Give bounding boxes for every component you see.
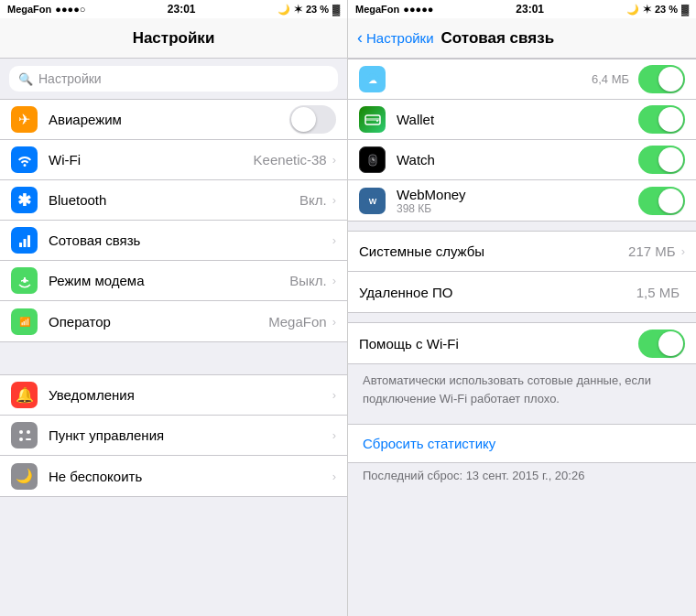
right-status-bar: MegaFon ●●●●● 23:01 🌙 ✶ 23 % ▓ xyxy=(348,0,696,18)
remote-app-label: Удаленное ПО xyxy=(359,285,636,300)
section-divider-2 xyxy=(348,313,696,322)
webmoney-name-block: WebMoney 398 КБ xyxy=(397,187,638,215)
left-battery-text: 23 % xyxy=(306,4,329,15)
right-battery-icon: ▓ xyxy=(681,4,689,15)
remote-app-row[interactable]: Удаленное ПО 1,5 МБ xyxy=(348,272,696,312)
carrier-icon: 📶 xyxy=(11,308,38,335)
notifications-label: Уведомления xyxy=(49,387,332,403)
dnd-row[interactable]: 🌙 Не беспокоить › xyxy=(0,456,347,496)
left-status-right: 🌙 ✶ 23 % ▓ xyxy=(277,4,340,16)
wifi-assist-toggle[interactable] xyxy=(638,330,685,358)
wifi-icon xyxy=(11,146,38,173)
airplane-icon: ✈ xyxy=(11,106,38,133)
last-reset-text: Последний сброс: 13 сент. 2015 г., 20:26 xyxy=(348,463,696,488)
settings-group-2: 🔔 Уведомления › Пункт управления › xyxy=(0,374,347,497)
svg-rect-0 xyxy=(19,243,22,247)
bluetooth-value: Вкл. xyxy=(299,192,327,208)
wifi-value: Keenetic-38 xyxy=(254,152,327,168)
settings-list: ✈ Авиарежим Wi-Fi Keenetic-38 › ✱ xyxy=(0,99,347,616)
wallet-name: Wallet xyxy=(397,112,638,127)
system-services-value: 217 МБ xyxy=(628,243,676,259)
airplane-label: Авиарежим xyxy=(49,112,289,127)
system-group: Системные службы 217 МБ › Удаленное ПО 1… xyxy=(348,231,696,313)
reset-statistics[interactable]: Сбросить статистику xyxy=(348,424,696,463)
bluetooth-label: Bluetooth xyxy=(49,192,299,208)
top-apps-group: ☁ 6,4 МБ Walle xyxy=(348,59,696,222)
right-status-right: 🌙 ✶ 23 % ▓ xyxy=(626,4,689,16)
dnd-chevron: › xyxy=(332,470,336,483)
left-nav-title: Настройки xyxy=(133,29,215,48)
control-row[interactable]: Пункт управления › xyxy=(0,416,347,456)
notifications-row[interactable]: 🔔 Уведомления › xyxy=(0,375,347,416)
cellular-label: Сотовая связь xyxy=(49,232,332,248)
control-icon xyxy=(11,422,38,448)
bluetooth-icon: ✱ xyxy=(11,187,38,213)
wifi-assist-group: Помощь с Wi-Fi xyxy=(348,322,696,364)
left-nav-bar: Настройки xyxy=(0,18,347,59)
wifi-assist-row[interactable]: Помощь с Wi-Fi xyxy=(348,323,696,363)
svg-rect-1 xyxy=(23,239,26,247)
airplane-toggle-knob xyxy=(291,107,316,132)
section-divider-1 xyxy=(348,222,696,231)
top-app-icon: ☁ xyxy=(359,66,386,92)
control-label: Пункт управления xyxy=(49,427,332,443)
right-nav-bar: ‹ Настройки Сотовая связь xyxy=(348,18,696,59)
left-status-left: MegaFon ●●●●○ xyxy=(7,4,86,15)
bluetooth-row[interactable]: ✱ Bluetooth Вкл. › xyxy=(0,180,347,221)
watch-toggle[interactable] xyxy=(638,146,685,174)
webmoney-toggle[interactable] xyxy=(638,187,685,215)
bluetooth-chevron: › xyxy=(332,193,336,207)
airplane-toggle[interactable] xyxy=(289,105,336,134)
wallet-row[interactable]: Wallet xyxy=(348,100,696,140)
wifi-row[interactable]: Wi-Fi Keenetic-38 › xyxy=(0,140,347,180)
left-carrier: MegaFon xyxy=(7,4,51,15)
wifi-assist-description: Автоматически использовать сотовые данны… xyxy=(348,364,696,415)
right-panel: MegaFon ●●●●● 23:01 🌙 ✶ 23 % ▓ ‹ Настрой… xyxy=(348,0,696,616)
left-status-bar: MegaFon ●●●●○ 23:01 🌙 ✶ 23 % ▓ xyxy=(0,0,347,18)
left-bluetooth-icon: ✶ xyxy=(294,4,302,16)
carrier-row[interactable]: 📶 Оператор MegaFon › xyxy=(0,301,347,341)
carrier-label: Оператор xyxy=(49,314,268,330)
wallet-toggle[interactable] xyxy=(638,105,685,134)
back-chevron-icon: ‹ xyxy=(357,28,363,48)
svg-point-4 xyxy=(19,430,23,434)
right-carrier: MegaFon xyxy=(355,4,399,15)
right-nav-title: Сотовая связь xyxy=(441,29,555,48)
right-content: ☁ 6,4 МБ Walle xyxy=(348,59,696,616)
top-app-toggle[interactable] xyxy=(638,65,685,93)
wifi-chevron: › xyxy=(332,153,336,167)
search-input-wrapper[interactable]: 🔍 Настройки xyxy=(9,66,338,92)
airplane-row[interactable]: ✈ Авиарежим xyxy=(0,100,347,140)
watch-icon xyxy=(359,146,386,173)
wallet-icon xyxy=(359,106,386,133)
webmoney-toggle-knob xyxy=(658,189,683,213)
hotspot-row[interactable]: Режим модема Выкл. › xyxy=(0,261,347,301)
hotspot-label: Режим модема xyxy=(49,273,289,288)
top-app-toggle-knob xyxy=(658,67,683,92)
dnd-icon: 🌙 xyxy=(11,463,38,490)
system-services-chevron: › xyxy=(681,244,685,258)
hotspot-icon xyxy=(11,267,38,294)
watch-row[interactable]: Watch xyxy=(348,140,696,180)
right-signal-icon: ●●●●● xyxy=(403,4,433,15)
webmoney-row[interactable]: W WebMoney 398 КБ xyxy=(348,180,696,221)
back-link[interactable]: Настройки xyxy=(366,30,434,46)
cellular-row[interactable]: Сотовая связь › xyxy=(0,221,347,261)
right-battery-text: 23 % xyxy=(655,4,678,15)
right-moon-icon: 🌙 xyxy=(626,4,639,16)
wifi-assist-toggle-knob xyxy=(658,331,683,356)
search-input[interactable]: Настройки xyxy=(38,71,102,86)
right-bluetooth-icon: ✶ xyxy=(643,4,651,16)
svg-point-6 xyxy=(19,438,23,441)
left-moon-icon: 🌙 xyxy=(277,4,290,16)
section-gap-1 xyxy=(0,342,347,374)
top-size-row[interactable]: ☁ 6,4 МБ xyxy=(348,59,696,100)
watch-name: Watch xyxy=(397,152,638,168)
watch-name-block: Watch xyxy=(397,152,638,168)
wallet-name-block: Wallet xyxy=(397,112,638,127)
left-battery-icon: ▓ xyxy=(332,4,340,15)
left-search-bar[interactable]: 🔍 Настройки xyxy=(0,59,347,99)
left-panel: MegaFon ●●●●○ 23:01 🌙 ✶ 23 % ▓ Настройки… xyxy=(0,0,348,616)
system-services-row[interactable]: Системные службы 217 МБ › xyxy=(348,232,696,272)
wifi-assist-label: Помощь с Wi-Fi xyxy=(359,336,638,351)
